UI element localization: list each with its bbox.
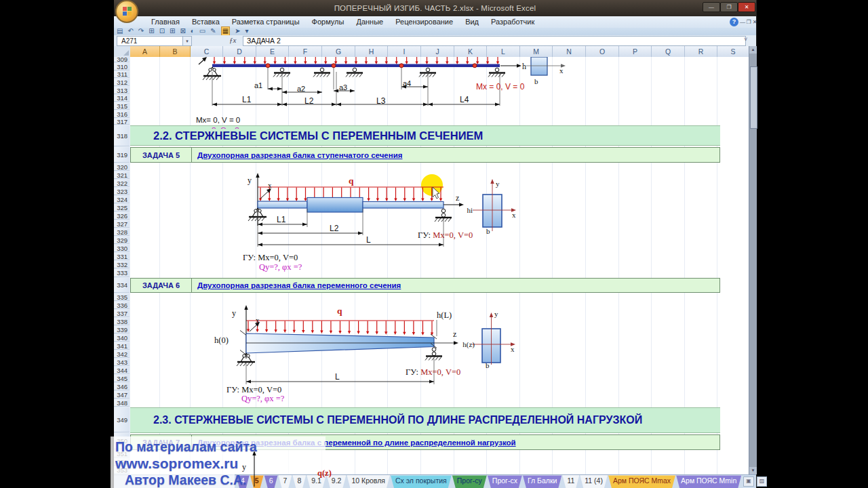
column-header-C[interactable]: C	[191, 46, 223, 58]
row-header-321[interactable]: 321	[114, 171, 130, 179]
row-header-329[interactable]: 329	[114, 237, 130, 244]
column-header-H[interactable]: H	[355, 46, 388, 58]
sheet-tab-11[interactable]: 11	[562, 475, 579, 488]
qat-icon-2[interactable]: ↷	[138, 26, 144, 36]
ribbon-tab-Вид[interactable]: Вид	[459, 16, 485, 28]
column-header-A[interactable]: A	[130, 46, 160, 58]
row-header-344[interactable]: 344	[114, 367, 130, 374]
office-button[interactable]	[115, 0, 138, 23]
column-header-O[interactable]: O	[586, 46, 619, 58]
task5-hyperlink[interactable]: Двухопорная разрезная балка ступенчатого…	[197, 151, 402, 159]
qat-icon-11[interactable]: ➤	[235, 26, 240, 36]
column-header-L[interactable]: L	[487, 46, 520, 58]
scroll-up-icon[interactable]: ▲	[749, 46, 757, 54]
section-header-2-3[interactable]: 2.3. СТЕРЖНЕВЫЕ СИСТЕМЫ С ПЕРЕМЕННОЙ ПО …	[130, 407, 720, 433]
task5-label-cell[interactable]: ЗАДАЧА 5	[131, 148, 192, 162]
qat-icon-10[interactable]: ▦	[221, 26, 230, 36]
scroll-down-icon[interactable]: ▼	[749, 467, 757, 474]
row-header-333[interactable]: 333	[114, 269, 130, 277]
row-header-323[interactable]: 323	[114, 188, 130, 195]
row-header-346[interactable]: 346	[114, 383, 130, 390]
row-header-342[interactable]: 342	[114, 350, 130, 358]
task5-row[interactable]: ЗАДАЧА 5 Двухопорная разрезная балка сту…	[130, 147, 720, 163]
qat-icon-4[interactable]: ⊡	[159, 26, 165, 36]
row-header-334[interactable]: 334	[114, 278, 130, 293]
row-header-310[interactable]: 310	[114, 63, 130, 70]
insert-function-icon[interactable]: ƒx	[229, 36, 241, 44]
column-header-R[interactable]: R	[685, 46, 717, 58]
row-header-331[interactable]: 331	[114, 253, 130, 260]
task6-label-cell[interactable]: ЗАДАЧА 6	[131, 279, 192, 292]
ribbon-tab-Рецензирование[interactable]: Рецензирование	[389, 16, 459, 28]
ribbon-tab-Данные[interactable]: Данные	[350, 16, 389, 28]
row-header-317[interactable]: 317	[114, 119, 130, 125]
restore-button[interactable]: ❐	[720, 2, 738, 12]
vertical-scrollbar[interactable]: ▲ ▼	[749, 46, 757, 474]
row-header-322[interactable]: 322	[114, 180, 130, 187]
column-header-G[interactable]: G	[322, 46, 355, 58]
column-header-S[interactable]: S	[717, 46, 749, 58]
row-header-345[interactable]: 345	[114, 375, 130, 382]
row-header-339[interactable]: 339	[114, 326, 130, 333]
row-header-343[interactable]: 343	[114, 359, 130, 366]
row-header-320[interactable]: 320	[114, 163, 130, 171]
column-header-J[interactable]: J	[421, 46, 454, 58]
task6-link-cell[interactable]: Двухопорная разрезная балка переменного …	[192, 279, 719, 292]
ribbon-tab-Разработчик[interactable]: Разработчик	[485, 16, 540, 28]
column-header-P[interactable]: P	[619, 46, 652, 58]
select-all-corner[interactable]	[114, 46, 131, 58]
qat-icon-0[interactable]: ▤	[117, 26, 123, 36]
row-header-325[interactable]: 325	[114, 204, 130, 211]
row-header-312[interactable]: 312	[114, 79, 130, 86]
qat-icon-9[interactable]: ✎	[210, 26, 216, 36]
row-header-314[interactable]: 314	[114, 95, 130, 102]
row-header-328[interactable]: 328	[114, 228, 130, 236]
column-header-N[interactable]: N	[553, 46, 586, 58]
qat-icon-5[interactable]: ⊞	[170, 26, 175, 36]
column-header-E[interactable]: E	[256, 46, 289, 58]
name-box-dropdown-icon[interactable]: ▾	[182, 36, 192, 46]
qat-icon-6[interactable]: ⊠	[180, 26, 185, 36]
column-header-D[interactable]: D	[223, 46, 256, 58]
workbook-close-icon[interactable]: ✕	[751, 19, 759, 25]
qat-icon-8[interactable]: ▭	[199, 26, 205, 36]
ribbon-tab-Формулы[interactable]: Формулы	[306, 16, 351, 28]
row-header-337[interactable]: 337	[114, 310, 130, 317]
sheet-tab-Прог-су[interactable]: Прог-су	[452, 475, 487, 488]
help-icon[interactable]: ?	[730, 18, 738, 26]
close-button[interactable]: ✕	[738, 2, 755, 12]
sheet-tab-Арм ПОЯС Mmin[interactable]: Арм ПОЯС Mmin	[676, 475, 741, 488]
row-header-336[interactable]: 336	[114, 302, 130, 309]
insert-sheet-tab-icon[interactable]: ▣	[743, 476, 754, 487]
scrollbar-thumb[interactable]	[750, 66, 757, 129]
row-header-324[interactable]: 324	[114, 196, 130, 203]
row-header-332[interactable]: 332	[114, 261, 130, 268]
row-header-341[interactable]: 341	[114, 342, 130, 350]
row-header-330[interactable]: 330	[114, 245, 130, 252]
formula-bar-expand-icon[interactable]: ˅	[744, 36, 747, 43]
column-header-Q[interactable]: Q	[652, 46, 685, 58]
row-header-349[interactable]: 349	[114, 407, 130, 432]
sheet-tab-11 (4)[interactable]: 11 (4)	[580, 475, 608, 488]
row-header-313[interactable]: 313	[114, 87, 130, 94]
row-header-315[interactable]: 315	[114, 102, 130, 110]
task6-row[interactable]: ЗАДАЧА 6 Двухопорная разрезная балка пер…	[130, 278, 720, 293]
row-header-326[interactable]: 326	[114, 212, 130, 220]
row-header-340[interactable]: 340	[114, 334, 130, 342]
name-box[interactable]: A271	[117, 36, 187, 46]
column-header-B[interactable]: B	[160, 46, 191, 58]
column-header-F[interactable]: F	[289, 46, 322, 58]
qat-icon-7[interactable]: ◐	[191, 26, 195, 36]
task6-hyperlink[interactable]: Двухопорная разрезная балка переменного …	[197, 281, 401, 289]
sheet-tab-Прог-сх[interactable]: Прог-сх	[488, 475, 522, 488]
column-header-M[interactable]: M	[520, 46, 553, 58]
formula-input[interactable]: ЗАДАЧА 2	[243, 36, 746, 46]
row-header-335[interactable]: 335	[114, 293, 130, 301]
qat-icon-12[interactable]: ▾	[245, 26, 249, 36]
column-header-I[interactable]: I	[388, 46, 421, 58]
sheet-tab-Гл Балки[interactable]: Гл Балки	[523, 475, 561, 488]
qat-icon-3[interactable]: ⊞	[149, 26, 154, 36]
row-header-338[interactable]: 338	[114, 318, 130, 325]
row-header-318[interactable]: 318	[114, 125, 130, 146]
row-header-319[interactable]: 319	[114, 147, 130, 163]
